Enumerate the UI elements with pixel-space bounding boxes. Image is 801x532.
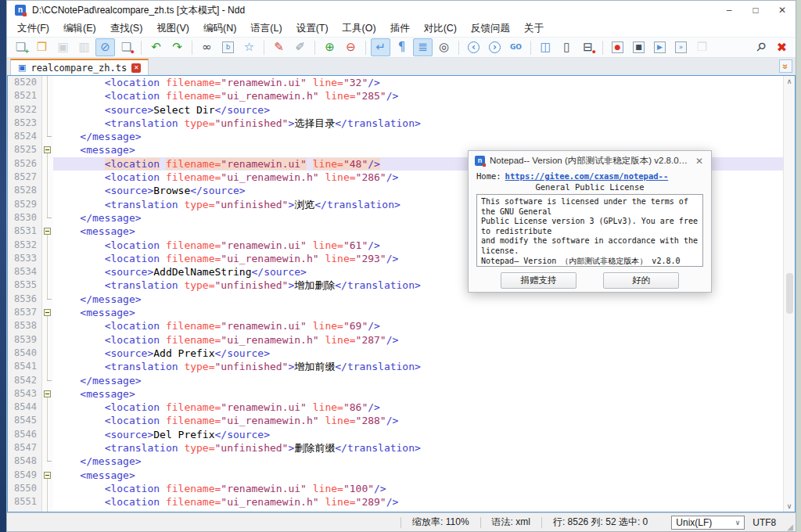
line-number[interactable]: 8551	[8, 495, 42, 509]
menu-item-1[interactable]: 编辑(E)	[56, 20, 103, 37]
copy-format-button[interactable]: ❐	[692, 38, 712, 56]
code-text[interactable]: <translation type="unfinished">增加前缀</tra…	[53, 360, 783, 373]
line-number[interactable]: 8546	[8, 428, 42, 441]
show-symbols-button[interactable]: ¶	[392, 38, 411, 56]
eol-select[interactable]: Unix(LF) ∨	[671, 516, 745, 530]
screen-capture-button[interactable]: ⊟●	[578, 38, 598, 56]
code-text[interactable]: <location filename="renamewin.ui" line="…	[53, 319, 783, 332]
line-number[interactable]: 8547	[8, 441, 42, 455]
bookmark-button[interactable]: ☆	[239, 38, 259, 56]
code-text[interactable]: <translation type="unfinished">删除前缀</tra…	[53, 441, 783, 455]
code-text[interactable]: <message>	[53, 387, 783, 401]
line-number[interactable]: 8540	[8, 347, 42, 360]
resize-grip[interactable]: ◢	[787, 523, 796, 531]
highlight-marker-button[interactable]: ✎	[269, 38, 289, 56]
indent-guide-button[interactable]: ≣	[413, 38, 433, 56]
pin-button[interactable]: ⚲	[751, 38, 770, 56]
close-file-button[interactable]: ⊘	[95, 38, 115, 56]
code-text[interactable]: <location filename="renamewin.ui" line="…	[53, 401, 783, 414]
code-text[interactable]: <translation type="unfinished">选择目录</tra…	[53, 117, 783, 130]
line-number[interactable]: 8539	[8, 333, 42, 347]
line-number[interactable]: 8541	[8, 360, 42, 373]
code-text[interactable]: </message>	[53, 130, 783, 143]
new-file-button[interactable]: ❏+	[11, 38, 31, 56]
focus-mode-button[interactable]: ◎	[434, 38, 454, 56]
fold-collapse-icon[interactable]	[42, 143, 53, 156]
line-number[interactable]: 8527	[8, 171, 42, 184]
record-macro-button[interactable]: ●	[608, 38, 627, 56]
line-number[interactable]: 8545	[8, 414, 42, 427]
code-text[interactable]: <source>Add Suffix</source>	[53, 509, 783, 512]
line-number[interactable]: 8521	[8, 89, 42, 102]
find-button[interactable]: ∞	[197, 38, 217, 56]
code-text[interactable]: <location filename="ui_renamewin.h" line…	[53, 89, 783, 102]
line-number[interactable]: 8536	[8, 293, 42, 306]
menu-item-9[interactable]: 对比(C)	[417, 20, 464, 37]
undo-button[interactable]: ↶	[146, 38, 166, 56]
line-number[interactable]: 8523	[8, 117, 42, 130]
nav-forward-button[interactable]: ›	[485, 38, 505, 56]
fold-collapse-icon[interactable]	[42, 306, 53, 319]
code-text[interactable]: <location filename="renamewin.ui" line="…	[53, 76, 783, 89]
fold-collapse-icon[interactable]	[42, 469, 53, 482]
line-number[interactable]: 8549	[8, 469, 42, 482]
menu-item-11[interactable]: 关于	[517, 20, 551, 37]
minimize-button[interactable]: –	[716, 1, 742, 20]
license-textbox[interactable]: This software is licensed under the term…	[476, 194, 703, 267]
zoom-out-button[interactable]: ⊖	[341, 38, 361, 56]
stop-macro-button[interactable]: ■	[629, 38, 648, 56]
line-number[interactable]: 8520	[8, 76, 42, 89]
line-number[interactable]: 8550	[8, 482, 42, 495]
dialog-close-icon[interactable]: ✕	[694, 156, 705, 167]
tab-list-button[interactable]: »	[779, 59, 792, 73]
vertical-scrollbar[interactable]: ∧ ∨	[783, 76, 795, 512]
menu-item-2[interactable]: 查找(S)	[103, 20, 150, 37]
line-number[interactable]: 8532	[8, 239, 42, 252]
compare-files-button[interactable]: ◫	[536, 38, 555, 56]
menu-item-4[interactable]: 编码(N)	[196, 20, 243, 37]
compare-dirs-button[interactable]: ▯	[557, 38, 577, 56]
code-text[interactable]: <source>Select Dir</source>	[53, 103, 783, 117]
line-number[interactable]: 8526	[8, 157, 42, 171]
maximize-button[interactable]: □	[742, 1, 769, 20]
line-number[interactable]: 8525	[8, 143, 42, 156]
code-text[interactable]: <location filename="renamewin.ui" line="…	[53, 482, 783, 495]
menu-item-10[interactable]: 反馈问题	[464, 20, 517, 37]
menu-item-6[interactable]: 设置(T)	[289, 20, 336, 37]
line-number[interactable]: 8542	[8, 374, 42, 387]
line-number[interactable]: 8552	[8, 509, 42, 512]
clear-highlight-button[interactable]: ✐	[290, 38, 310, 56]
scrollbar-thumb[interactable]	[786, 273, 793, 314]
code-text[interactable]: </message>	[53, 293, 783, 306]
code-text[interactable]: <message>	[53, 469, 783, 482]
ok-button[interactable]: 好的	[603, 272, 679, 289]
menu-item-5[interactable]: 语言(L)	[243, 20, 289, 37]
scroll-down-icon[interactable]: ∨	[787, 501, 792, 512]
code-text[interactable]: </message>	[53, 455, 783, 468]
tab-realcompare[interactable]: ▣ realcompare_zh.ts ✕	[10, 59, 149, 75]
menu-item-8[interactable]: 插件	[383, 20, 417, 37]
code-text[interactable]: <message>	[53, 306, 783, 319]
code-text[interactable]: <location filename="ui_renamewin.h" line…	[53, 495, 783, 509]
code-text[interactable]: <location filename="ui_renamewin.h" line…	[53, 333, 783, 347]
fold-collapse-icon[interactable]	[42, 225, 53, 238]
donate-button[interactable]: 捐赠支持	[501, 272, 577, 289]
line-number[interactable]: 8528	[8, 184, 42, 197]
line-number[interactable]: 8522	[8, 103, 42, 117]
gitee-link[interactable]: https://gitee.com/cxasm/notepad--	[505, 171, 669, 181]
close-all-button[interactable]: ❏●	[117, 38, 136, 56]
line-number[interactable]: 8535	[8, 279, 42, 292]
line-number[interactable]: 8537	[8, 306, 42, 319]
zoom-in-button[interactable]: ⊕	[320, 38, 339, 56]
replace-button[interactable]: b	[218, 38, 238, 56]
save-file-button[interactable]: ▣	[53, 38, 73, 56]
close-toolbar-button[interactable]: ✖	[772, 38, 792, 56]
goto-line-button[interactable]: GO	[506, 38, 526, 56]
play-macro-multi-button[interactable]: »	[671, 38, 691, 56]
line-number[interactable]: 8548	[8, 455, 42, 468]
line-number[interactable]: 8544	[8, 401, 42, 414]
close-button[interactable]: ✕	[769, 1, 796, 20]
code-text[interactable]: <source>Del Prefix</source>	[53, 428, 783, 441]
redo-button[interactable]: ↷	[167, 38, 187, 56]
save-all-button[interactable]: ▥	[74, 38, 94, 56]
